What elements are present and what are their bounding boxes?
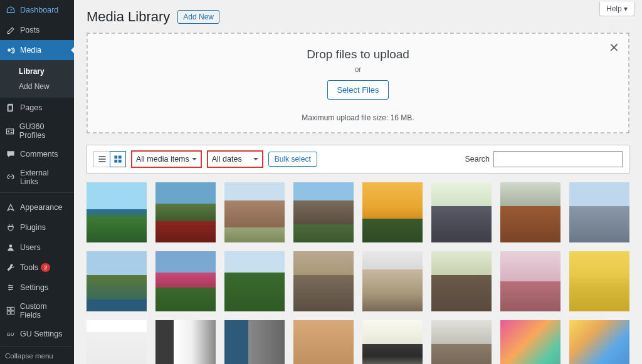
media-thumbnail[interactable] xyxy=(293,251,354,311)
sidebar-item-posts[interactable]: Posts xyxy=(0,20,74,40)
sidebar-item-label: Media xyxy=(20,46,41,55)
svg-point-8 xyxy=(9,289,10,290)
media-thumbnail[interactable] xyxy=(155,320,216,364)
thumbnail-image xyxy=(569,320,629,364)
custom-fields-icon xyxy=(5,305,16,316)
svg-point-6 xyxy=(9,285,10,286)
media-thumbnail[interactable] xyxy=(224,320,285,364)
thumbnail-image xyxy=(569,182,629,242)
date-filter[interactable]: All dates xyxy=(207,150,263,168)
svg-rect-20 xyxy=(98,159,105,160)
pages-icon xyxy=(5,102,16,113)
media-thumbnail[interactable] xyxy=(293,320,354,364)
grid-icon xyxy=(113,154,123,164)
media-thumbnail[interactable] xyxy=(500,320,560,364)
thumbnail-image xyxy=(500,320,560,364)
sidebar-item-label: External Links xyxy=(20,169,69,186)
settings-icon xyxy=(5,282,16,293)
users-icon xyxy=(5,242,16,253)
close-icon[interactable]: ✕ xyxy=(609,40,619,55)
sidebar-item-plugins[interactable]: Plugins xyxy=(0,217,74,237)
media-thumbnail[interactable] xyxy=(569,251,629,311)
sidebar-item-dashboard[interactable]: Dashboard xyxy=(0,0,74,20)
gu-settings-icon: GU xyxy=(5,328,16,340)
grid-view-button[interactable] xyxy=(110,151,126,167)
thumbnail-image xyxy=(87,320,147,364)
add-new-button[interactable]: Add New xyxy=(177,10,219,24)
media-thumbnail[interactable] xyxy=(569,320,629,364)
svg-point-7 xyxy=(11,287,12,288)
dropzone-title: Drop files to upload xyxy=(88,48,628,61)
sidebar-item-label: GU360 Profiles xyxy=(19,122,69,140)
sidebar-item-custom-fields[interactable]: Custom Fields xyxy=(0,298,74,324)
thumbnail-image xyxy=(431,251,492,311)
sidebar-item-appearance[interactable]: Appearance xyxy=(0,197,74,217)
sidebar-item-label: Pages xyxy=(20,103,42,112)
svg-rect-11 xyxy=(7,311,10,315)
media-thumbnail[interactable] xyxy=(155,182,216,242)
collapse-menu[interactable]: Collapse menu xyxy=(0,348,74,364)
media-type-filter[interactable]: All media items xyxy=(131,150,202,168)
submenu-item[interactable]: Library xyxy=(0,64,74,79)
list-view-button[interactable] xyxy=(93,151,110,167)
search-input[interactable] xyxy=(493,151,623,167)
sidebar-item-external-links[interactable]: External Links xyxy=(0,164,74,190)
thumbnail-image xyxy=(155,182,216,242)
media-thumbnail[interactable] xyxy=(362,182,423,242)
svg-point-4 xyxy=(8,130,9,132)
submenu-item[interactable]: Add New xyxy=(0,79,74,94)
sidebar-item-pages[interactable]: Pages xyxy=(0,98,74,118)
sidebar-item-comments[interactable]: Comments xyxy=(0,144,74,164)
main-content: Help ▾ Media Library Add New ✕ Drop file… xyxy=(74,0,642,364)
sidebar-item-media[interactable]: Media xyxy=(0,40,74,60)
svg-rect-10 xyxy=(11,307,14,310)
sidebar-item-gu-settings[interactable]: GUGU Settings xyxy=(0,324,74,344)
select-files-button[interactable]: Select Files xyxy=(327,80,388,100)
sidebar-item-label: Dashboard xyxy=(20,6,58,14)
thumbnail-image xyxy=(569,251,629,311)
svg-text:GU: GU xyxy=(7,331,14,337)
help-tab[interactable]: Help ▾ xyxy=(599,2,634,16)
media-thumbnail[interactable] xyxy=(87,320,147,364)
admin-sidebar: DashboardPostsMediaLibraryAdd NewPagesGU… xyxy=(0,0,74,364)
sidebar-item-gu360-profiles[interactable]: GU360 Profiles xyxy=(0,118,74,144)
svg-point-0 xyxy=(8,49,11,52)
sidebar-item-label: Custom Fields xyxy=(20,302,69,320)
svg-rect-22 xyxy=(114,155,117,159)
page-title-row: Media Library Add New xyxy=(87,9,629,25)
media-thumbnail[interactable] xyxy=(155,251,216,311)
media-thumbnail[interactable] xyxy=(362,251,423,311)
bulk-select-button[interactable]: Bulk select xyxy=(268,152,317,167)
thumbnail-image xyxy=(155,251,216,311)
plugins-icon xyxy=(5,222,16,233)
sidebar-item-settings[interactable]: Settings xyxy=(0,278,74,298)
sidebar-item-label: Settings xyxy=(20,283,48,292)
media-thumbnail[interactable] xyxy=(431,251,492,311)
dropzone-note: Maximum upload file size: 16 MB. xyxy=(88,113,628,122)
thumbnail-image xyxy=(224,320,285,364)
sidebar-item-label: Users xyxy=(20,243,41,252)
svg-rect-21 xyxy=(98,161,105,162)
sidebar-item-users[interactable]: Users xyxy=(0,237,74,257)
tools-icon xyxy=(5,262,16,273)
media-thumbnail[interactable] xyxy=(293,182,354,242)
media-thumbnail[interactable] xyxy=(431,320,492,364)
upload-dropzone[interactable]: ✕ Drop files to upload or Select Files M… xyxy=(87,33,629,133)
page-title: Media Library xyxy=(87,9,170,25)
sidebar-item-tools[interactable]: Tools2 xyxy=(0,257,74,278)
media-thumbnail[interactable] xyxy=(362,320,423,364)
appearance-icon xyxy=(5,202,16,213)
media-thumbnail[interactable] xyxy=(500,182,560,242)
thumbnail-image xyxy=(500,251,560,311)
thumbnail-image xyxy=(224,251,285,311)
media-thumbnail[interactable] xyxy=(500,251,560,311)
media-thumbnail[interactable] xyxy=(87,182,147,242)
filter-bar: All media items All dates Bulk select Se… xyxy=(87,145,629,174)
media-thumbnail[interactable] xyxy=(431,182,492,242)
search-label: Search xyxy=(465,155,490,164)
media-thumbnail[interactable] xyxy=(569,182,629,242)
media-thumbnail[interactable] xyxy=(224,182,285,242)
media-thumbnail[interactable] xyxy=(87,251,147,311)
svg-rect-23 xyxy=(118,155,122,159)
media-thumbnail[interactable] xyxy=(224,251,285,311)
